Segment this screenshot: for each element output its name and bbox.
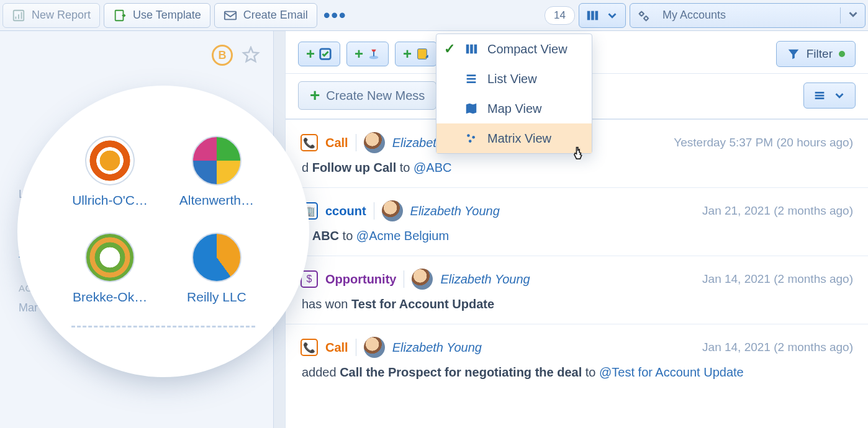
svg-rect-3 (587, 11, 590, 20)
feed-item[interactable]: 🏢 ccount Elizabeth Young Jan 21, 2021 (2… (286, 188, 868, 256)
create-message-label: Create New Mess (326, 89, 425, 103)
svg-point-7 (644, 16, 648, 20)
call-icon: 📞 (301, 134, 318, 151)
use-template-label: Use Template (133, 9, 201, 22)
view-option-matrix[interactable]: Matrix View (436, 123, 592, 153)
avatar (364, 337, 385, 358)
feed-user[interactable]: Elizabeth Young (410, 204, 500, 218)
matrix-preview-magnifier: Ullrich-O'C… Altenwerth… Brekke-Ok… Reil… (24, 92, 303, 371)
chevron-down-icon (605, 9, 619, 22)
account-selector-label: My Accounts (656, 9, 834, 22)
matrix-icon (464, 131, 479, 146)
avatar (412, 269, 433, 290)
create-email-label: Create Email (243, 9, 308, 22)
view-option-list[interactable]: List View (436, 64, 592, 94)
funnel-icon (787, 47, 800, 61)
check-icon (319, 47, 332, 61)
report-icon (12, 9, 25, 22)
svg-rect-12 (466, 45, 469, 54)
account-icon: 🏢 (301, 202, 318, 220)
avatar (364, 132, 385, 153)
svg-point-6 (640, 12, 644, 16)
add-appointment-button[interactable]: + (346, 42, 389, 66)
feed-timestamp: Jan 14, 2021 (2 months ago) (702, 341, 853, 354)
filter-label: Filter (807, 47, 833, 61)
feed-user[interactable]: Elizabeth Young (440, 272, 530, 287)
filter-button[interactable]: Filter (776, 41, 856, 67)
company-logo (85, 136, 135, 185)
view-option-compact[interactable]: Compact View (436, 34, 592, 64)
feed-link[interactable]: @Test for Account Update (599, 365, 744, 379)
svg-rect-2 (225, 11, 236, 19)
call-icon: 📞 (301, 339, 318, 356)
cursor-pointer-icon (570, 145, 587, 167)
svg-rect-14 (474, 45, 477, 54)
list-icon (464, 71, 479, 86)
view-option-label: Matrix View (487, 132, 551, 146)
feed-type-label: Call (325, 341, 348, 355)
svg-rect-4 (591, 11, 594, 20)
account-selector[interactable]: My Accounts (630, 3, 866, 28)
rating-badge: B (212, 45, 233, 66)
pin-icon (367, 47, 381, 61)
company-name: Altenwerth… (179, 193, 255, 208)
list-options-button[interactable] (803, 82, 856, 109)
feed-link[interactable]: @Acme Belgium (356, 229, 449, 243)
new-report-button[interactable]: New Report (2, 3, 100, 28)
feed-item[interactable]: 📞 Call Elizabeth Young Jan 14, 2021 (2 m… (286, 324, 868, 392)
add-task-button[interactable]: + (298, 42, 340, 66)
feed-item[interactable]: $ Opportunity Elizabeth Young Jan 14, 20… (286, 256, 868, 324)
feed-timestamp: Jan 14, 2021 (2 months ago) (702, 272, 853, 286)
hamburger-icon (813, 89, 826, 102)
feed-type-label: ccount (325, 204, 366, 218)
view-switcher-button[interactable] (579, 3, 626, 28)
add-note-button[interactable]: + (395, 42, 437, 66)
view-option-label: List View (487, 72, 537, 86)
company-name: Brekke-Ok… (72, 290, 148, 305)
note-icon (415, 47, 429, 61)
matrix-cell[interactable]: Ullrich-O'C… (72, 136, 148, 208)
svg-rect-5 (595, 11, 599, 20)
svg-point-17 (469, 140, 472, 143)
feed-timestamp: Jan 21, 2021 (2 months ago) (702, 204, 853, 218)
opportunity-icon: $ (301, 270, 318, 288)
company-name: Ullrich-O'C… (72, 193, 148, 208)
company-logo (85, 233, 135, 282)
star-icon[interactable] (242, 46, 260, 65)
matrix-cell[interactable]: Brekke-Ok… (72, 233, 148, 305)
svg-rect-13 (470, 45, 473, 54)
create-message-button[interactable]: + Create New Mess (298, 81, 436, 110)
feed-type-label: Opportunity (325, 272, 396, 287)
columns-icon (585, 9, 599, 22)
use-template-button[interactable]: Use Template (104, 3, 210, 28)
svg-point-15 (467, 134, 470, 137)
avatar (382, 200, 403, 221)
svg-point-16 (472, 136, 475, 139)
record-count-badge: 14 (545, 6, 575, 25)
more-actions-button[interactable]: ••• (321, 3, 350, 28)
feed-type-label: Call (325, 136, 348, 150)
filter-active-dot (839, 51, 845, 57)
top-toolbar: New Report Use Template Create Email •••… (0, 0, 868, 31)
feed-link[interactable]: @ABC (414, 161, 451, 174)
view-dropdown: Compact View List View Map View Matrix V… (436, 33, 592, 154)
matrix-cell[interactable]: Altenwerth… (179, 136, 255, 208)
create-email-button[interactable]: Create Email (214, 3, 317, 28)
divider (71, 326, 255, 328)
view-option-map[interactable]: Map View (436, 94, 592, 123)
feed-timestamp: Yesterday 5:37 PM (20 hours ago) (674, 136, 853, 149)
company-logo (192, 233, 242, 282)
svg-rect-1 (115, 10, 124, 20)
company-name: Reilly LLC (179, 290, 255, 305)
plus-icon: + (310, 86, 320, 105)
account-selector-chevron[interactable] (840, 7, 865, 24)
feed-user[interactable]: Elizabeth Young (392, 341, 482, 355)
view-option-label: Compact View (487, 42, 567, 56)
chevron-down-icon (846, 7, 860, 21)
columns-icon (464, 42, 479, 56)
template-icon (113, 9, 127, 22)
gears-icon (636, 9, 650, 22)
map-icon (464, 101, 479, 116)
view-option-label: Map View (487, 102, 541, 116)
matrix-cell[interactable]: Reilly LLC (179, 233, 255, 305)
